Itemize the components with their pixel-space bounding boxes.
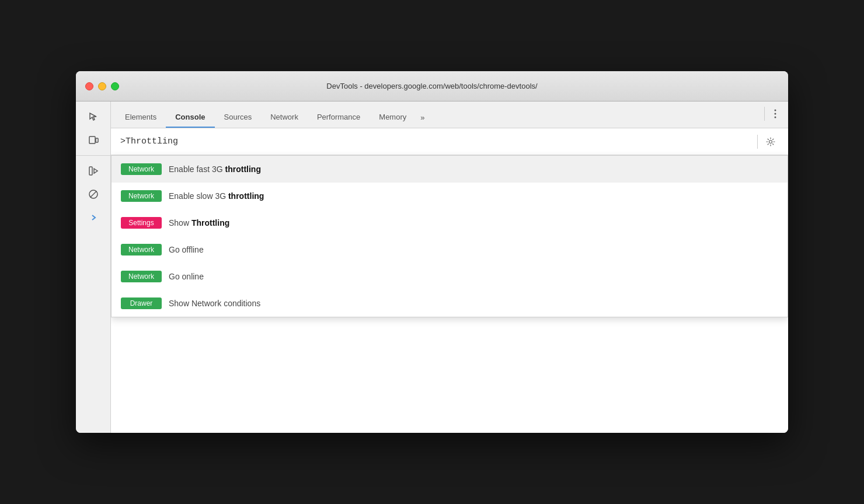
svg-point-7 [775,116,776,118]
suggestion-show-throttling[interactable]: Settings Show Throttling [112,209,788,236]
suggestions-dropdown: Network Enable fast 3G throttling Networ… [111,155,788,317]
window-title: DevTools - developers.google.com/web/too… [326,82,537,90]
titlebar: DevTools - developers.google.com/web/too… [76,71,788,102]
devtools-window: DevTools - developers.google.com/web/too… [76,71,788,433]
sidebar-tools [76,102,110,156]
suggestion-text-6: Show Network conditions [169,299,260,308]
input-divider [757,135,758,149]
close-button[interactable] [85,82,93,90]
tab-performance[interactable]: Performance [308,107,370,128]
suggestion-go-offline[interactable]: Network Go offline [112,236,788,263]
expand-sidebar-icon[interactable] [85,209,102,226]
suggestion-text-3: Show Throttling [169,218,229,228]
input-bar-right [757,134,779,150]
settings-gear-icon[interactable] [762,134,779,150]
badge-network-1: Network [121,163,162,175]
tab-memory[interactable]: Memory [370,107,416,128]
svg-point-6 [775,113,776,114]
suggestion-text-4: Go offline [169,245,204,254]
tab-console[interactable]: Console [166,107,214,128]
badge-drawer-1: Drawer [121,298,162,309]
badge-network-2: Network [121,190,162,202]
devtools-body: Elements Console Sources Network Perform… [76,102,788,433]
resume-icon[interactable] [83,160,104,181]
svg-line-4 [90,191,96,198]
sidebar-bottom-tools [76,156,110,209]
svg-rect-0 [89,136,95,144]
suggestion-go-online[interactable]: Network Go online [112,263,788,290]
tab-bar-actions [764,102,783,128]
block-icon[interactable] [83,184,104,205]
more-tabs-icon: » [420,113,424,122]
svg-rect-1 [96,138,98,142]
suggestion-slow3g[interactable]: Network Enable slow 3G throttling [112,183,788,209]
tab-bar: Elements Console Sources Network Perform… [111,102,788,128]
badge-settings-1: Settings [121,217,162,229]
svg-point-8 [769,140,772,143]
svg-rect-2 [89,167,92,175]
command-prompt[interactable]: >Throttling [120,136,178,146]
traffic-lights [85,82,119,90]
command-input-display: >Throttling [120,136,178,146]
main-content: Elements Console Sources Network Perform… [111,102,788,433]
tab-network[interactable]: Network [261,107,308,128]
minimize-button[interactable] [98,82,106,90]
sidebar [76,102,111,433]
suggestion-text-2: Enable slow 3G throttling [169,191,264,201]
more-options-button[interactable] [767,106,783,122]
suggestion-fast3g[interactable]: Network Enable fast 3G throttling [112,156,788,183]
tab-elements[interactable]: Elements [116,107,166,128]
tab-sources[interactable]: Sources [215,107,262,128]
badge-network-3: Network [121,244,162,256]
more-tabs-button[interactable]: » [416,107,429,128]
svg-point-5 [775,109,776,111]
suggestion-text-1: Enable fast 3G throttling [169,164,261,174]
device-toolbar-icon[interactable] [83,130,104,150]
inspect-element-icon[interactable] [83,106,104,127]
suggestion-network-conditions[interactable]: Drawer Show Network conditions [112,290,788,317]
suggestion-text-5: Go online [169,272,204,281]
maximize-button[interactable] [111,82,119,90]
tab-bar-divider [764,107,765,121]
badge-network-4: Network [121,271,162,282]
command-input-bar: >Throttling [111,128,788,155]
command-area: >Throttling [111,128,788,433]
